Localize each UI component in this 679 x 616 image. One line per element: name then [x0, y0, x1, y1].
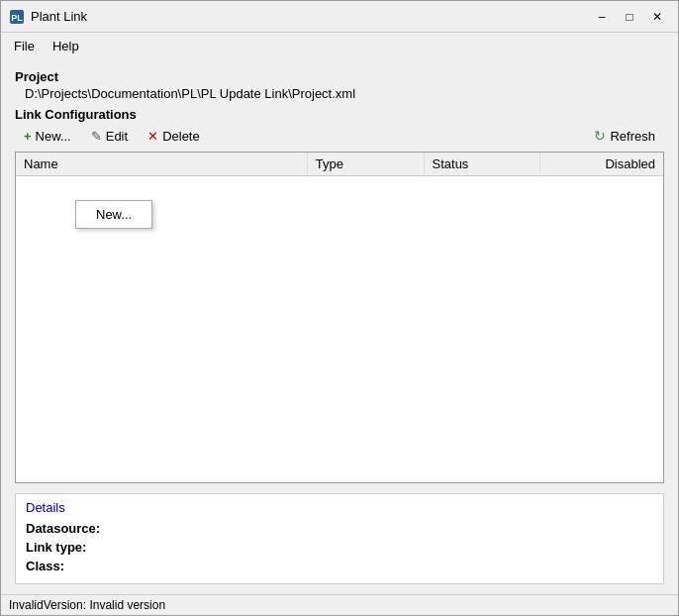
datasource-row: Datasource: — [26, 521, 653, 536]
delete-button[interactable]: ✕ Delete — [139, 125, 209, 148]
svg-text:PL: PL — [11, 13, 23, 23]
link-configurations-label: Link Configurations — [15, 107, 664, 122]
context-menu: New... — [75, 200, 152, 229]
project-label: Project — [15, 69, 664, 84]
link-type-label: Link type: — [26, 540, 105, 555]
app-icon: PL — [9, 9, 25, 25]
help-menu[interactable]: Help — [44, 35, 88, 57]
table-header-row: Name Type Status Disabled — [16, 153, 663, 176]
plus-icon: + — [24, 129, 32, 144]
new-button-label: New... — [36, 129, 71, 144]
refresh-button[interactable]: ↻ Refresh — [585, 124, 664, 148]
file-menu[interactable]: File — [5, 35, 44, 57]
toolbar-left: + New... ✎ Edit ✕ Delete — [15, 125, 585, 148]
main-window: PL Plant Link – □ ✕ File Help Project D:… — [0, 0, 679, 616]
col-header-type: Type — [307, 153, 424, 176]
details-title: Details — [26, 500, 653, 515]
edit-icon: ✎ — [91, 129, 102, 144]
delete-button-label: Delete — [162, 129, 200, 144]
project-path: D:\Projects\Documentation\PL\PL Update L… — [25, 86, 664, 101]
details-panel: Details Datasource: Link type: Class: — [15, 493, 664, 584]
datasource-label: Datasource: — [26, 521, 105, 536]
window-controls: – □ ✕ — [589, 6, 670, 28]
link-type-row: Link type: — [26, 540, 653, 555]
edit-button[interactable]: ✎ Edit — [82, 125, 137, 148]
new-button[interactable]: + New... — [15, 125, 80, 148]
link-configurations-section: Link Configurations + New... ✎ Edit ✕ De… — [15, 107, 664, 483]
table-body-area: New... — [16, 176, 663, 394]
refresh-button-label: Refresh — [610, 129, 655, 144]
col-header-disabled: Disabled — [540, 153, 663, 176]
delete-icon: ✕ — [147, 129, 158, 144]
close-button[interactable]: ✕ — [644, 6, 670, 28]
content-area: Project D:\Projects\Documentation\PL\PL … — [1, 59, 678, 594]
minimize-button[interactable]: – — [589, 6, 615, 28]
refresh-icon: ↻ — [594, 128, 606, 144]
col-header-status: Status — [424, 153, 540, 176]
title-bar: PL Plant Link – □ ✕ — [1, 1, 678, 33]
class-row: Class: — [26, 559, 653, 573]
link-table: Name Type Status Disabled — [16, 153, 663, 176]
edit-button-label: Edit — [106, 129, 128, 144]
project-section: Project D:\Projects\Documentation\PL\PL … — [15, 69, 664, 101]
status-bar: InvalidVersion: Invalid version — [1, 594, 678, 615]
menu-bar: File Help — [1, 33, 678, 59]
maximize-button[interactable]: □ — [617, 6, 642, 28]
class-label: Class: — [26, 559, 105, 573]
window-title: Plant Link — [31, 9, 589, 24]
col-header-name: Name — [16, 153, 307, 176]
status-message: InvalidVersion: Invalid version — [9, 598, 165, 612]
toolbar: + New... ✎ Edit ✕ Delete ↻ Refresh — [15, 124, 664, 148]
table-container: Name Type Status Disabled New... — [15, 152, 664, 483]
context-menu-new[interactable]: New... — [76, 203, 151, 226]
